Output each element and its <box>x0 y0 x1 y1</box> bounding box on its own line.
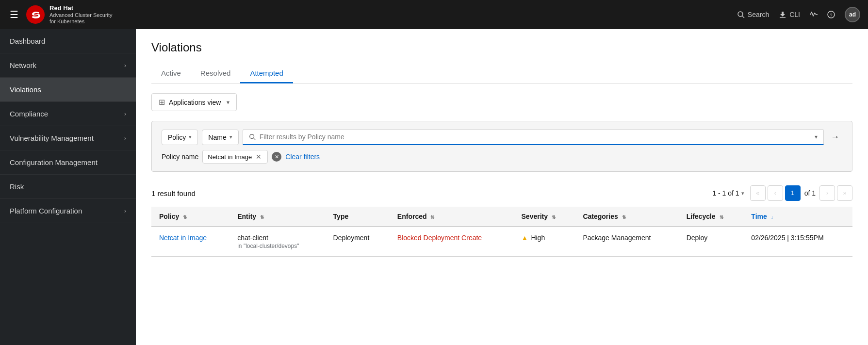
col-severity[interactable]: Severity ⇅ <box>514 207 575 227</box>
search-icon <box>737 11 745 18</box>
sidebar-item-vulnerability-management[interactable]: Vulnerability Management › <box>0 126 136 150</box>
chevron-right-icon: › <box>124 208 126 214</box>
sort-icon: ⇅ <box>183 214 187 220</box>
entity-sub: in "local-cluster/devops" <box>237 243 317 249</box>
question-icon: ? <box>827 11 835 18</box>
col-entity[interactable]: Entity ⇅ <box>229 207 325 227</box>
filter-attribute-dropdown[interactable]: Name ▾ <box>202 130 238 145</box>
cli-action[interactable]: CLI <box>779 11 800 18</box>
svg-point-1 <box>738 12 743 16</box>
tab-active[interactable]: Active <box>151 64 191 83</box>
tab-resolved[interactable]: Resolved <box>191 64 241 83</box>
cli-label: CLI <box>789 11 800 18</box>
policy-link[interactable]: Netcat in Image <box>159 234 207 242</box>
brand-logo: Red Hat Advanced Cluster Securityfor Kub… <box>26 4 113 25</box>
topnav-actions: Search CLI ? ad <box>737 7 860 22</box>
svg-rect-3 <box>780 17 786 18</box>
cell-severity: ▲ High <box>514 227 575 257</box>
pagination-prev-button[interactable]: ‹ <box>768 185 783 201</box>
activity-icon <box>810 11 818 18</box>
view-selector-dropdown[interactable]: ⊞ Applications view ▾ <box>151 93 237 111</box>
results-header: 1 result found 1 - 1 of 1 ▾ « ‹ 1 of 1 ›… <box>151 180 852 207</box>
chip-value: Netcat in Image <box>208 153 252 161</box>
sort-desc-icon: ↓ <box>771 214 773 220</box>
severity-value: High <box>531 234 545 242</box>
col-categories[interactable]: Categories ⇅ <box>575 207 678 227</box>
sidebar-item-violations[interactable]: Violations <box>0 78 136 102</box>
chevron-right-icon: › <box>124 111 126 117</box>
sidebar-item-label: Risk <box>10 182 24 191</box>
sidebar-item-label: Violations <box>10 85 41 94</box>
hamburger-menu[interactable]: ☰ <box>8 7 20 22</box>
col-enforced[interactable]: Enforced ⇅ <box>390 207 514 227</box>
sidebar-item-compliance[interactable]: Compliance › <box>0 102 136 126</box>
sidebar-item-label: Compliance <box>10 110 48 118</box>
filter-chip-policy-name: Netcat in Image ✕ <box>202 150 268 164</box>
chevron-down-icon: ▾ <box>227 99 229 106</box>
chip-clear-all-button[interactable]: ✕ <box>272 152 281 162</box>
filter-arrow-button[interactable]: → <box>828 129 842 145</box>
sidebar-item-label: Dashboard <box>10 37 45 45</box>
pagination-range: 1 - 1 of 1 ▾ <box>712 189 744 197</box>
chip-label: Policy name <box>162 153 198 161</box>
activity-action[interactable] <box>810 11 818 18</box>
cell-policy: Netcat in Image <box>151 227 229 257</box>
sidebar-item-configuration-management[interactable]: Configuration Management <box>0 150 136 175</box>
col-type: Type <box>326 207 390 227</box>
entity-name: chat-client <box>237 234 317 242</box>
chevron-down-icon: ▾ <box>229 134 232 140</box>
pagination: 1 - 1 of 1 ▾ « ‹ 1 of 1 › » <box>712 185 852 201</box>
sidebar-item-label: Network <box>10 61 36 69</box>
svg-line-7 <box>253 138 255 140</box>
pagination-range-chevron[interactable]: ▾ <box>741 190 744 197</box>
results-count: 1 result found <box>151 189 196 197</box>
pagination-first-button[interactable]: « <box>750 185 766 201</box>
main-content: Violations Active Resolved Attempted ⊞ A… <box>136 29 868 345</box>
pagination-next-button[interactable]: › <box>819 185 835 201</box>
chevron-down-icon[interactable]: ▾ <box>815 133 818 140</box>
top-navigation: ☰ Red Hat Advanced Cluster Securityfor K… <box>0 0 868 29</box>
search-icon <box>249 133 256 140</box>
svg-point-6 <box>249 134 254 139</box>
applications-view-icon: ⊞ <box>159 98 165 107</box>
table-header: Policy ⇅ Entity ⇅ Type Enforced ⇅ <box>151 207 852 227</box>
user-avatar[interactable]: ad <box>845 7 860 22</box>
cell-entity: chat-client in "local-cluster/devops" <box>229 227 325 257</box>
col-time[interactable]: Time ↓ <box>743 207 852 227</box>
table-row[interactable]: Netcat in Image chat-client in "local-cl… <box>151 227 852 257</box>
sidebar-item-label: Configuration Management <box>10 158 98 166</box>
sidebar-item-platform-configuration[interactable]: Platform Configuration › <box>0 199 136 223</box>
sidebar-item-risk[interactable]: Risk <box>0 175 136 199</box>
search-action[interactable]: Search <box>737 11 769 18</box>
filter-chips-row: Policy name Netcat in Image ✕ ✕ Clear fi… <box>162 150 842 164</box>
search-label: Search <box>748 11 769 18</box>
brand-sub-text: Advanced Cluster Securityfor Kubernetes <box>49 12 113 25</box>
col-lifecycle[interactable]: Lifecycle ⇅ <box>679 207 744 227</box>
search-input[interactable] <box>260 133 811 141</box>
sidebar-item-dashboard[interactable]: Dashboard <box>0 29 136 53</box>
svg-line-2 <box>742 16 744 18</box>
cell-lifecycle: Deploy <box>679 227 744 257</box>
severity-icon: ▲ <box>522 234 528 242</box>
filter-category-dropdown[interactable]: Policy ▾ <box>162 130 198 145</box>
pagination-page-input[interactable]: 1 <box>785 185 801 201</box>
tab-attempted[interactable]: Attempted <box>240 64 293 83</box>
sidebar: Dashboard Network › Violations Complianc… <box>0 29 136 345</box>
violations-tabs: Active Resolved Attempted <box>151 64 852 83</box>
sort-icon: ⇅ <box>552 214 556 220</box>
cell-time: 02/26/2025 | 3:15:55PM <box>743 227 852 257</box>
sort-icon: ⇅ <box>430 214 434 220</box>
sidebar-item-label: Vulnerability Management <box>10 134 94 142</box>
brand-main-text: Red Hat <box>49 4 113 12</box>
sidebar-item-network[interactable]: Network › <box>0 53 136 78</box>
pagination-last-button[interactable]: » <box>837 185 852 201</box>
filter-row: Policy ▾ Name ▾ ▾ → <box>162 129 842 145</box>
filter-search-box[interactable]: ▾ <box>243 129 824 145</box>
sort-icon: ⇅ <box>720 214 723 220</box>
pagination-of-label: of 1 <box>804 189 816 197</box>
col-policy[interactable]: Policy ⇅ <box>151 207 229 227</box>
cell-categories: Package Management <box>575 227 678 257</box>
help-action[interactable]: ? <box>827 11 835 18</box>
chip-remove-button[interactable]: ✕ <box>255 153 262 161</box>
clear-filters-link[interactable]: Clear filters <box>285 153 320 161</box>
